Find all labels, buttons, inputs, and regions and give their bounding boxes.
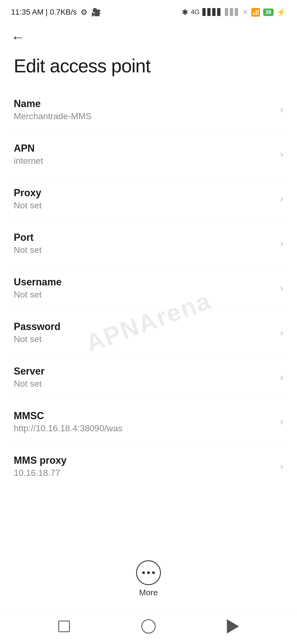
settings-label-apn: APN <box>14 143 274 154</box>
chevron-right-icon: › <box>280 372 283 383</box>
settings-label-mmsc: MMSC <box>14 410 274 422</box>
settings-item-mms-proxy[interactable]: MMS proxy 10.16.18.77 › <box>14 444 283 489</box>
chevron-right-icon: › <box>280 104 283 116</box>
settings-value-apn: internet <box>14 156 274 166</box>
chevron-right-icon: › <box>280 238 283 249</box>
status-time: 11:35 AM | 0.7KB/s ⚙ 🎥 <box>11 8 101 17</box>
charging-icon: ⚡ <box>276 8 286 17</box>
back-nav-icon <box>227 619 239 634</box>
settings-item-apn[interactable]: APN internet › <box>14 132 283 177</box>
settings-value-port: Not set <box>14 245 274 255</box>
settings-label-mms-proxy: MMS proxy <box>14 455 274 466</box>
settings-value-mmsc: http://10.16.18.4:38090/was <box>14 423 274 433</box>
back-nav-button[interactable] <box>223 617 243 636</box>
settings-item-mmsc[interactable]: MMSC http://10.16.18.4:38090/was › <box>14 400 283 444</box>
page-title: Edit access point <box>0 47 297 88</box>
wifi-icon: 📶 <box>251 8 260 17</box>
recent-apps-icon <box>58 621 70 632</box>
top-navigation: ← <box>0 22 297 47</box>
bluetooth-icon: ✱ <box>182 8 188 17</box>
signal-bars-2-icon: ▋▋▋ <box>225 8 240 16</box>
settings-icon: ⚙ <box>81 8 87 17</box>
video-icon: 🎥 <box>91 8 101 17</box>
more-circle-icon <box>136 560 161 585</box>
time-text: 11:35 AM | 0.7KB/s <box>11 8 77 17</box>
battery-indicator: 38 <box>263 9 274 16</box>
settings-item-username[interactable]: Username Not set › <box>14 266 283 310</box>
settings-label-username: Username <box>14 276 274 288</box>
settings-item-port[interactable]: Port Not set › <box>14 221 283 266</box>
settings-item-proxy[interactable]: Proxy Not set › <box>14 177 283 221</box>
settings-label-password: Password <box>14 321 274 332</box>
chevron-right-icon: › <box>280 282 283 294</box>
navigation-bar <box>0 608 297 644</box>
more-dot-2 <box>147 571 150 574</box>
home-button[interactable] <box>139 617 158 636</box>
settings-item-password[interactable]: Password Not set › <box>14 310 283 355</box>
chevron-right-icon: › <box>280 461 283 472</box>
settings-label-server: Server <box>14 365 274 377</box>
more-dot-1 <box>142 571 145 574</box>
settings-item-server[interactable]: Server Not set › <box>14 355 283 400</box>
settings-label-port: Port <box>14 232 274 243</box>
settings-value-proxy: Not set <box>14 200 274 211</box>
settings-value-name: Merchantrade-MMS <box>14 111 274 121</box>
no-signal-icon: ✕ <box>243 8 248 16</box>
settings-list: Name Merchantrade-MMS › APN internet › P… <box>0 88 297 489</box>
status-bar: 11:35 AM | 0.7KB/s ⚙ 🎥 ✱ 4G ▋▋▋▋ ▋▋▋ ✕ 📶… <box>0 0 297 22</box>
settings-value-server: Not set <box>14 379 274 389</box>
home-icon <box>141 619 156 634</box>
signal-bars-icon: ▋▋▋▋ <box>202 8 222 16</box>
more-label: More <box>139 588 158 597</box>
settings-value-username: Not set <box>14 290 274 300</box>
settings-label-name: Name <box>14 98 274 110</box>
signal-4g-icon: 4G <box>191 8 200 16</box>
recent-apps-button[interactable] <box>54 617 74 636</box>
chevron-right-icon: › <box>280 193 283 205</box>
more-button[interactable]: More <box>136 560 161 597</box>
chevron-right-icon: › <box>280 327 283 339</box>
settings-value-mms-proxy: 10.16.18.77 <box>14 468 274 478</box>
back-button[interactable]: ← <box>11 30 25 44</box>
settings-value-password: Not set <box>14 334 274 344</box>
battery-level: 38 <box>265 9 271 15</box>
status-icons-right: ✱ 4G ▋▋▋▋ ▋▋▋ ✕ 📶 38 ⚡ <box>182 8 286 17</box>
chevron-right-icon: › <box>280 416 283 428</box>
settings-label-proxy: Proxy <box>14 187 274 199</box>
chevron-right-icon: › <box>280 149 283 160</box>
settings-item-name[interactable]: Name Merchantrade-MMS › <box>14 88 283 132</box>
more-dot-3 <box>152 571 155 574</box>
